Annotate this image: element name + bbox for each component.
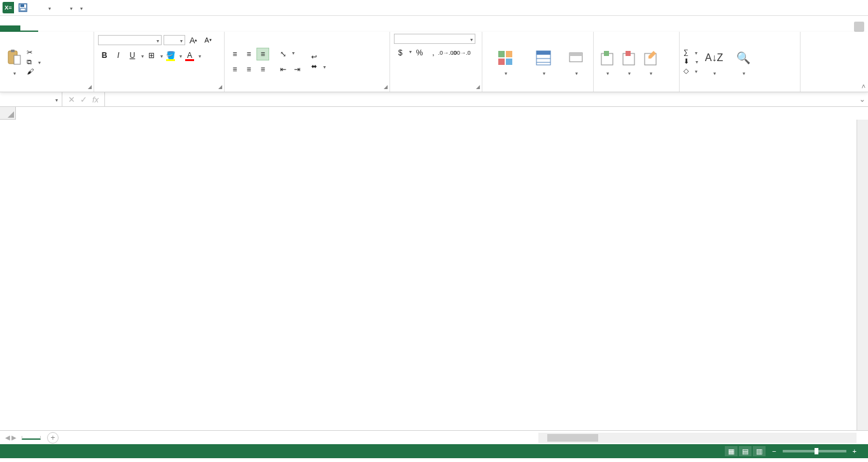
save-icon[interactable] — [17, 1, 29, 14]
increase-font-icon[interactable]: A▴ — [187, 34, 200, 46]
insert-cells-dropdown-icon[interactable] — [605, 69, 609, 76]
cell-styles-button[interactable] — [563, 46, 589, 78]
fill-button[interactable]: ⬇ — [683, 57, 698, 66]
orientation-icon[interactable]: ⤡ — [277, 48, 290, 60]
conditional-formatting-dropdown-icon[interactable] — [503, 69, 507, 76]
align-middle-icon[interactable]: ≡ — [242, 48, 255, 60]
fill-dropdown-icon[interactable] — [694, 57, 698, 65]
format-cells-dropdown-icon[interactable] — [648, 69, 652, 76]
number-format-select[interactable] — [394, 34, 475, 44]
find-select-dropdown-icon[interactable] — [741, 69, 745, 76]
undo-dropdown-icon[interactable] — [47, 3, 51, 12]
cell-styles-dropdown-icon[interactable] — [574, 69, 578, 76]
percent-format-icon[interactable]: % — [413, 46, 426, 59]
horizontal-scrollbar[interactable] — [538, 433, 857, 443]
new-sheet-button[interactable]: + — [47, 432, 59, 444]
font-size-select[interactable] — [164, 35, 185, 45]
orientation-dropdown-icon[interactable] — [291, 48, 295, 60]
sign-in-link[interactable] — [850, 22, 864, 32]
wrap-text-button[interactable]: ↩ — [311, 53, 326, 61]
format-cells-button[interactable] — [641, 46, 660, 78]
sheet-nav-next-icon[interactable]: ▶ — [11, 434, 17, 441]
fill-color-dropdown-icon[interactable] — [178, 51, 182, 60]
accounting-dropdown-icon[interactable] — [408, 46, 412, 59]
undo-icon[interactable] — [32, 1, 45, 14]
review-tab[interactable] — [109, 27, 127, 32]
excel-app-icon[interactable]: X≡ — [3, 2, 14, 13]
normal-view-icon[interactable]: ▦ — [725, 446, 738, 456]
fill-color-button[interactable]: 🪣 — [164, 49, 177, 62]
clear-button[interactable]: ◇ — [683, 67, 698, 75]
expand-formula-bar-icon[interactable]: ⌄ — [857, 92, 868, 106]
align-left-icon[interactable]: ≡ — [228, 63, 241, 76]
alignment-dialog-launcher[interactable]: ◢ — [384, 84, 388, 90]
delete-cells-dropdown-icon[interactable] — [627, 69, 631, 76]
increase-indent-icon[interactable]: ⇥ — [291, 63, 304, 76]
conditional-formatting-button[interactable] — [486, 46, 524, 78]
insert-function-icon[interactable]: fx — [90, 95, 101, 104]
format-painter-button[interactable]: 🖌 — [27, 67, 41, 75]
accounting-format-icon[interactable]: $ — [394, 46, 407, 59]
file-tab[interactable] — [0, 25, 20, 32]
clear-dropdown-icon[interactable] — [694, 67, 697, 74]
sort-filter-dropdown-icon[interactable] — [712, 69, 716, 76]
underline-button[interactable]: U — [126, 49, 139, 62]
zoom-out-icon[interactable]: − — [772, 447, 776, 455]
formula-input[interactable] — [105, 92, 857, 106]
sort-filter-button[interactable]: A↓Z — [701, 46, 727, 78]
copy-button[interactable]: ⧉ — [27, 58, 41, 66]
autosum-dropdown-icon[interactable] — [694, 48, 697, 56]
redo-dropdown-icon[interactable] — [69, 3, 73, 12]
collapse-ribbon-icon[interactable]: ʌ — [862, 82, 865, 89]
home-tab[interactable] — [20, 25, 38, 32]
cancel-formula-icon[interactable]: ✕ — [66, 95, 77, 104]
qat-customize-icon[interactable] — [79, 3, 83, 12]
zoom-slider-thumb[interactable] — [815, 448, 818, 454]
decrease-decimal-icon[interactable]: .00→.0 — [455, 46, 468, 59]
zoom-in-icon[interactable]: + — [853, 447, 857, 455]
help-icon[interactable] — [781, 2, 794, 13]
border-dropdown-icon[interactable] — [159, 51, 163, 60]
paste-dropdown-icon[interactable] — [12, 69, 16, 76]
close-button[interactable] — [853, 2, 865, 13]
paste-button[interactable] — [4, 46, 24, 78]
font-dialog-launcher[interactable]: ◢ — [218, 84, 222, 90]
maximize-button[interactable] — [835, 2, 848, 13]
align-right-icon[interactable]: ≡ — [256, 63, 269, 76]
sheet-tab-active[interactable] — [22, 436, 41, 440]
format-as-table-button[interactable] — [527, 46, 560, 78]
ribbon-display-options-icon[interactable] — [799, 2, 812, 13]
cut-button[interactable]: ✂ — [27, 48, 41, 57]
align-top-icon[interactable]: ≡ — [228, 48, 241, 60]
merge-dropdown-icon[interactable] — [322, 62, 326, 70]
horizontal-scrollbar-thumb[interactable] — [547, 434, 598, 442]
page-layout-view-icon[interactable]: ▤ — [739, 446, 752, 456]
enter-formula-icon[interactable]: ✓ — [78, 95, 89, 104]
font-name-select[interactable] — [98, 35, 162, 45]
font-color-dropdown-icon[interactable] — [197, 51, 201, 60]
data-tab[interactable] — [92, 27, 109, 32]
format-as-table-dropdown-icon[interactable] — [542, 69, 545, 76]
bold-button[interactable]: B — [98, 49, 111, 62]
border-button[interactable]: ⊞ — [145, 49, 158, 62]
page-layout-tab[interactable] — [56, 27, 74, 32]
align-bottom-icon[interactable]: ≡ — [256, 48, 269, 60]
decrease-indent-icon[interactable]: ⇤ — [277, 63, 290, 76]
select-all-corner[interactable] — [0, 107, 16, 120]
sheet-nav[interactable]: ◀▶ — [0, 434, 22, 441]
font-color-button[interactable]: A — [183, 49, 196, 62]
zoom-slider[interactable] — [783, 450, 846, 452]
italic-button[interactable]: I — [112, 49, 125, 62]
align-center-icon[interactable]: ≡ — [242, 63, 255, 76]
sheet-nav-prev-icon[interactable]: ◀ — [5, 434, 10, 441]
redo-icon[interactable] — [53, 1, 66, 14]
formulas-tab[interactable] — [74, 27, 92, 32]
delete-cells-button[interactable] — [619, 46, 638, 78]
autosum-button[interactable]: ∑ — [683, 48, 698, 56]
insert-cells-button[interactable] — [598, 46, 617, 78]
name-box[interactable] — [0, 92, 62, 106]
clipboard-dialog-launcher[interactable]: ◢ — [88, 84, 92, 90]
number-dialog-launcher[interactable]: ◢ — [476, 84, 480, 90]
view-tab[interactable] — [127, 27, 145, 32]
find-select-button[interactable]: 🔍 — [730, 46, 757, 78]
